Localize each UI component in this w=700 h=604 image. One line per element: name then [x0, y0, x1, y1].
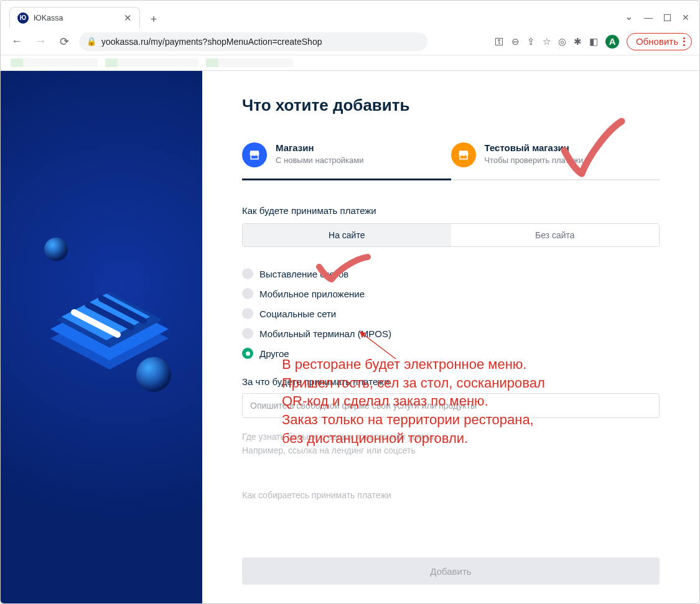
nav-reload-icon[interactable]: ⟳ — [55, 33, 73, 50]
titlebar: Ю ЮKassa ✕ + — [1, 1, 699, 28]
page: Что хотите добавить Магазин С новыми нас… — [1, 70, 699, 603]
chevron-down-icon[interactable] — [625, 12, 633, 24]
radio-dot-icon — [242, 308, 253, 319]
address-bar: ← → ⟳ 🔒 yookassa.ru/my/payments?shopMenu… — [1, 28, 699, 55]
url-box[interactable]: 🔒 yookassa.ru/my/payments?shopMenuAction… — [79, 32, 427, 51]
window-close-icon[interactable] — [682, 12, 689, 22]
bookmarks-bar — [1, 55, 699, 70]
tab-shop[interactable]: Магазин С новыми настройками — [242, 137, 451, 180]
profile-avatar[interactable]: A — [605, 35, 619, 49]
favicon-icon: Ю — [17, 12, 29, 24]
tabs-strip: Ю ЮKassa ✕ + — [1, 1, 162, 28]
shop-icon — [242, 142, 267, 167]
radio-dot-icon — [242, 328, 253, 339]
kebab-icon — [683, 37, 685, 46]
accept-segmented: На сайте Без сайта — [242, 223, 660, 247]
seg-off-site[interactable]: Без сайта — [451, 224, 660, 246]
content: Что хотите добавить Магазин С новыми нас… — [202, 71, 699, 603]
bookmark-item[interactable] — [11, 58, 98, 67]
sidebar-hero — [1, 71, 202, 603]
radio-mpos[interactable]: Мобильный терминал (MPOS) — [242, 328, 660, 339]
key-icon[interactable]: ⚿ — [495, 36, 504, 47]
radio-dot-icon — [242, 288, 253, 299]
radio-dot-icon — [242, 268, 253, 279]
tab-shop-title: Магазин — [276, 142, 363, 153]
payment-method-radios: Выставление счетов Мобильное приложение … — [242, 268, 660, 359]
radio-mobile-app[interactable]: Мобильное приложение — [242, 288, 660, 299]
browser-tab[interactable]: Ю ЮKassa ✕ — [9, 7, 140, 28]
sidepanel-icon[interactable]: ◧ — [589, 36, 598, 47]
window-controls — [625, 7, 699, 28]
more-info-label: Где узнать больше о ваших товарах или ус… — [242, 432, 660, 442]
radio-invoicing[interactable]: Выставление счетов — [242, 268, 660, 279]
window-minimize-icon[interactable] — [644, 12, 653, 22]
tab-test-title: Тестовый магазин — [485, 142, 584, 153]
radio-other[interactable]: Другое — [242, 348, 660, 359]
shop-type-tabs: Магазин С новыми настройками Тестовый ма… — [242, 137, 660, 180]
window-maximize-icon[interactable] — [664, 14, 671, 21]
zoom-icon[interactable]: ⊖ — [511, 36, 520, 47]
page-title: Что хотите добавить — [242, 96, 660, 115]
test-shop-icon — [451, 142, 476, 167]
more-info-hint: Например, ссылка на лендинг или соцсеть — [242, 445, 660, 455]
decor-sphere-icon — [136, 357, 171, 392]
submit-button[interactable]: Добавить — [242, 557, 660, 585]
tab-close-icon[interactable]: ✕ — [124, 12, 132, 24]
addr-icons: ⚿ ⊖ ⇪ ☆ ◎ ✱ ◧ A Обновить — [495, 33, 692, 50]
desc-input[interactable] — [242, 393, 660, 418]
update-label: Обновить — [636, 36, 678, 47]
browser-window: Ю ЮKassa ✕ + ← → ⟳ 🔒 yookassa.ru/my/paym… — [0, 0, 700, 604]
desc-label: За что будете принимать платежи — [242, 376, 660, 387]
radio-dot-selected-icon — [242, 348, 253, 359]
seg-on-site[interactable]: На сайте — [243, 224, 451, 246]
tab-title: ЮKassa — [34, 14, 63, 22]
url-text: yookassa.ru/my/payments?shopMenuAction=c… — [101, 37, 322, 47]
nav-forward-icon: → — [32, 33, 49, 50]
update-button[interactable]: Обновить — [627, 33, 692, 50]
bookmark-item[interactable] — [206, 58, 293, 67]
how-accept-label: Как собираетесь принимать платежи — [242, 490, 660, 500]
bookmark-icon[interactable]: ☆ — [543, 36, 551, 47]
decor-sphere-icon — [44, 238, 68, 261]
more-info-section: Где узнать больше о ваших товарах или ус… — [242, 432, 660, 455]
share-icon[interactable]: ⇪ — [527, 36, 535, 47]
shield-icon[interactable]: ◎ — [558, 36, 566, 47]
tab-shop-sub: С новыми настройками — [276, 156, 363, 165]
bookmark-item[interactable] — [105, 58, 198, 67]
new-tab-button[interactable]: + — [145, 11, 162, 28]
lock-icon: 🔒 — [86, 37, 96, 46]
tab-test-sub: Чтобы проверить платежи — [485, 156, 584, 165]
accept-label: Как будете принимать платежи — [242, 205, 660, 216]
tab-test-shop[interactable]: Тестовый магазин Чтобы проверить платежи — [451, 137, 660, 180]
extensions-icon[interactable]: ✱ — [574, 36, 582, 47]
nav-back-icon[interactable]: ← — [8, 33, 26, 50]
radio-social[interactable]: Социальные сети — [242, 308, 660, 319]
